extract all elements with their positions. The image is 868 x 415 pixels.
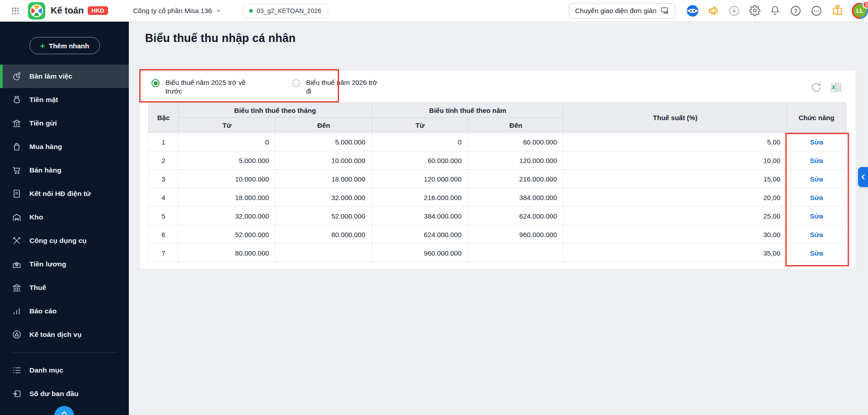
avatar[interactable]: LL 2 — [852, 3, 868, 19]
settings-gear-icon[interactable] — [749, 5, 760, 16]
chatbot-icon[interactable] — [686, 5, 699, 17]
download-icon[interactable] — [728, 5, 740, 17]
sidebar-item-so-du-ban-dau[interactable]: Số dư ban đầu — [0, 382, 129, 406]
environment-tab[interactable]: 03_g2_KETOAN_2026 — [242, 4, 328, 18]
edit-link[interactable]: Sửa — [810, 175, 823, 183]
edit-link[interactable]: Sửa — [810, 212, 823, 220]
panel-collapse-tab[interactable] — [858, 167, 868, 187]
sidebar-item-label: Số dư ban đầu — [29, 390, 79, 398]
sidebar-item-label: Bán hàng — [29, 166, 61, 174]
company-name: Công ty cổ phần Misa 136 — [133, 7, 212, 14]
cell-year-to: 120.000.000 — [468, 151, 564, 170]
sidebar-nav-secondary: Danh mụcSố dư ban đầu — [0, 359, 129, 406]
help-icon[interactable]: ? — [790, 5, 802, 17]
sidebar-item-label: Thuế — [29, 284, 46, 292]
more-icon[interactable] — [811, 5, 822, 17]
app-logo-icon[interactable] — [28, 2, 46, 20]
bank-deposit-icon — [12, 118, 22, 128]
cell-level: 4 — [149, 188, 179, 207]
sidebar-item-thue[interactable]: Thuế — [0, 276, 129, 299]
cell-year-from: 624.000.000 — [372, 225, 468, 244]
company-selector[interactable]: Công ty cổ phần Misa 136 — [133, 7, 222, 14]
cell-action: Sửa — [787, 151, 846, 170]
sidebar-item-tien-mat[interactable]: Tiền mặt — [0, 88, 129, 112]
quick-add-label: Thêm nhanh — [49, 42, 89, 50]
tax-table-card: Biểu thuế năm 2025 trở về trướcBiểu thuế… — [140, 71, 855, 269]
tax-table: Bậc Biểu tính thuế theo tháng Biểu tính … — [148, 103, 846, 262]
sidebar-item-ke-toan-dich-vu[interactable]: Kế toán dịch vụ — [0, 323, 129, 346]
col-header-actions: Chức năng — [787, 103, 846, 133]
cell-action: Sửa — [787, 188, 846, 207]
cell-action: Sửa — [787, 225, 846, 244]
col-header-rate: Thuế suất (%) — [564, 103, 787, 133]
cell-level: 6 — [149, 225, 179, 244]
quick-add-button[interactable]: + Thêm nhanh — [29, 37, 100, 54]
sidebar-item-ket-noi-hd-dien-tu[interactable]: Kết nối HĐ điện tử — [0, 182, 129, 205]
table-row: 780.000.000960.000.00035,00Sửa — [149, 244, 846, 262]
accounting-service-icon — [12, 330, 22, 340]
app-name: Kế toán — [51, 5, 84, 16]
sidebar-item-tien-gui[interactable]: Tiền gửi — [0, 112, 129, 135]
cell-year-to: 960.000.000 — [468, 225, 564, 244]
sidebar-item-ban-hang[interactable]: Bán hàng — [0, 159, 129, 182]
sidebar-item-label: Kết nối HĐ điện tử — [29, 190, 91, 198]
sidebar-item-tien-luong[interactable]: Tiền lương — [0, 252, 129, 276]
cell-month-to: 5.000.000 — [276, 133, 372, 151]
table-toolbar: X — [810, 81, 843, 94]
sidebar-item-ban-lam-viec[interactable]: Bàn làm việc — [0, 65, 129, 88]
purchase-icon — [12, 142, 22, 152]
sidebar-item-label: Tiền mặt — [29, 96, 58, 104]
cell-month-from: 32.000.000 — [179, 207, 276, 225]
payroll-icon — [12, 259, 22, 269]
sidebar-item-label: Bàn làm việc — [29, 72, 72, 80]
monitor-icon — [660, 6, 669, 15]
cell-month-to — [276, 244, 372, 262]
workspace-icon — [12, 71, 22, 81]
sidebar-item-bao-cao[interactable]: Báo cáo — [0, 299, 129, 323]
cell-month-from: 10.000.000 — [179, 170, 276, 188]
table-row: 418.000.00032.000.000216.000.000384.000.… — [149, 188, 846, 207]
apps-grid-icon[interactable] — [11, 6, 20, 15]
radio-option-bieu-thue-nam-2025-tro-ve-truoc[interactable]: Biểu thuế năm 2025 trở về trước — [151, 78, 252, 95]
cell-level: 1 — [149, 133, 179, 151]
cell-level: 2 — [149, 151, 179, 170]
cell-rate: 35,00 — [564, 244, 787, 262]
cell-year-from: 120.000.000 — [372, 170, 468, 188]
col-header-level: Bậc — [149, 103, 179, 133]
sidebar-item-danh-muc[interactable]: Danh mục — [0, 359, 129, 382]
chevron-down-icon — [216, 8, 222, 14]
sidebar-item-cong-cu-dung-cu[interactable]: Công cụ dụng cụ — [0, 229, 129, 252]
col-header-month-from: Từ — [179, 118, 276, 133]
edit-link[interactable]: Sửa — [810, 138, 823, 146]
cell-action: Sửa — [787, 244, 846, 262]
edit-link[interactable]: Sửa — [810, 231, 823, 238]
report-icon — [12, 306, 22, 316]
sidebar-item-label: Báo cáo — [29, 307, 57, 315]
notification-bell-icon[interactable] — [769, 5, 781, 16]
edit-link[interactable]: Sửa — [810, 157, 823, 164]
cell-year-from: 216.000.000 — [372, 188, 468, 207]
sidebar-item-mua-hang[interactable]: Mua hàng — [0, 135, 129, 159]
refresh-icon[interactable] — [810, 81, 822, 93]
simple-ui-button[interactable]: Chuyển giao diện đơn giản — [569, 3, 675, 19]
tips-book-icon[interactable] — [831, 5, 844, 17]
sidebar-divider — [12, 352, 117, 353]
megaphone-icon[interactable] — [708, 5, 719, 16]
table-row: 652.000.00080.000.000624.000.000960.000.… — [149, 225, 846, 244]
edit-link[interactable]: Sửa — [810, 194, 823, 201]
edit-link[interactable]: Sửa — [810, 249, 823, 257]
cell-month-from: 18.000.000 — [179, 188, 276, 207]
cell-month-to: 80.000.000 — [276, 225, 372, 244]
radio-option-bieu-thue-nam-2026-tro-di[interactable]: Biểu thuế năm 2026 trở đi — [292, 78, 379, 95]
e-invoice-icon — [12, 189, 22, 199]
cell-year-from: 960.000.000 — [372, 244, 468, 262]
cell-year-from: 60.000.000 — [372, 151, 468, 170]
cell-month-to: 10.000.000 — [276, 151, 372, 170]
cell-month-from: 52.000.000 — [179, 225, 276, 244]
sidebar-item-kho[interactable]: Kho — [0, 205, 129, 229]
category-icon — [12, 365, 22, 375]
environment-name: 03_g2_KETOAN_2026 — [257, 7, 321, 14]
scroll-top-button[interactable] — [54, 406, 74, 415]
export-excel-icon[interactable]: X — [830, 81, 843, 94]
simple-ui-button-label: Chuyển giao diện đơn giản — [575, 7, 656, 14]
